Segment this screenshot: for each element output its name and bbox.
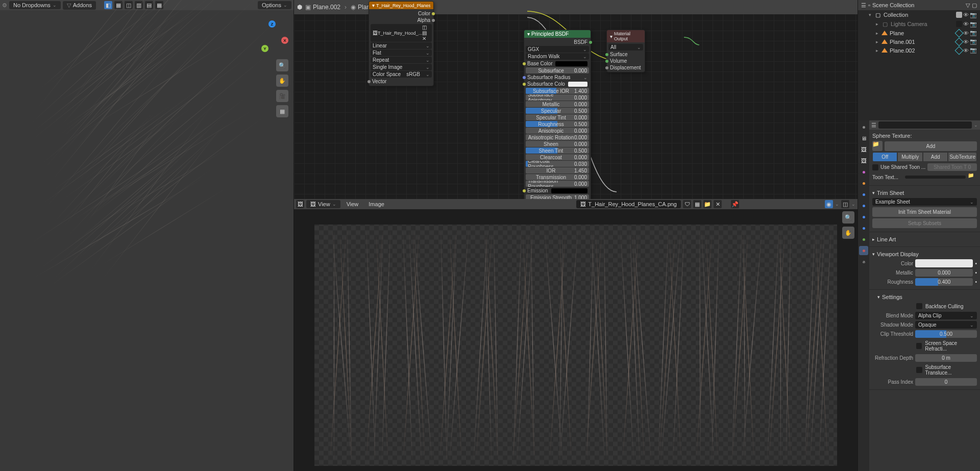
image-editor[interactable]: 🖼 🖼View⌄ View Image 🖼T_Hair_Rey_Hood_Pla…	[294, 199, 857, 471]
outliner[interactable]: ☰ ▫ Scene Collection ▽ ▢ ▾▢Collection ✓👁…	[858, 0, 980, 120]
axis-x-icon[interactable]: X	[281, 37, 288, 44]
outliner-item-plane001[interactable]: ▸Plane.001 👁📷	[858, 37, 980, 46]
bsdf-slider[interactable]: Sheen0.000	[526, 141, 589, 147]
colorspace-dropdown[interactable]: Color SpacesRGB⌄	[371, 71, 432, 78]
mode-multiply-btn[interactable]: Multiply	[897, 152, 922, 162]
open-image-icon[interactable]: 📁	[703, 200, 712, 208]
bsdf-row[interactable]: Subsurface Colo	[524, 81, 591, 87]
filter-icon[interactable]: ▽	[966, 2, 970, 9]
bsdf-slider[interactable]: Clearcoat Roughness0.030	[526, 161, 589, 167]
snap-vertex-icon[interactable]: ◫	[125, 1, 133, 9]
viewport-roughness-slider[interactable]: 0.400	[915, 278, 973, 286]
pin-icon[interactable]: 📌	[731, 200, 739, 208]
options-dropdown[interactable]: Options⌄	[258, 1, 291, 9]
camera-view-icon[interactable]: 🎥	[276, 90, 288, 102]
image-menu[interactable]: Image	[364, 201, 388, 207]
3d-viewport[interactable]: Z Y X 🔍 ✋ 🎥 ▦ document.write(Array.from(…	[0, 10, 293, 471]
bsdf-row[interactable]: Emission	[524, 187, 591, 194]
trim-sheet-header[interactable]: ▾Trim Sheet	[872, 190, 977, 196]
extension-dropdown[interactable]: Repeat⌄	[371, 57, 432, 63]
bsdf-slider[interactable]: Subsurface0.000	[526, 67, 589, 73]
material-output-node[interactable]: ▾Material Output All⌄ Surface Volume Dis…	[606, 30, 645, 72]
bsdf-slider[interactable]: Anisotropic0.000	[526, 128, 589, 134]
options-icon[interactable]: ⌄	[974, 122, 978, 128]
output-target-dropdown[interactable]: All⌄	[608, 44, 643, 51]
new-image-icon[interactable]: ▦	[693, 200, 701, 208]
refraction-depth-field[interactable]: 0 m	[915, 354, 977, 362]
screen-space-refraction-checkbox[interactable]	[916, 343, 922, 349]
sss-translucency-checkbox[interactable]	[916, 367, 922, 373]
lineart-header[interactable]: ▸Line Art	[872, 236, 977, 242]
image-mode-dropdown[interactable]: 🖼View⌄	[306, 200, 340, 208]
overlays-dropdown[interactable]: No Dropdowns⌄	[9, 1, 61, 9]
source-dropdown[interactable]: Single Image⌄	[371, 64, 432, 70]
view-menu[interactable]: View	[342, 201, 363, 207]
gizmos-dropdown[interactable]: ▽Addons	[63, 1, 96, 10]
bsdf-slider[interactable]: Metallic0.000	[526, 101, 589, 107]
bsdf-slider[interactable]: Specular0.500	[526, 108, 589, 114]
new-collection-icon[interactable]: ▢	[972, 2, 977, 9]
node-editor[interactable]: ⬢ ▣Plane.002 › ◉Plane.002 › ●Hair ▾T_Hai…	[294, 0, 857, 199]
bsdf-slider[interactable]: Specular Tint0.000	[526, 114, 589, 120]
principled-bsdf-node[interactable]: ▾Principled BSDF BSDF GGX⌄ Random Walk⌄ …	[524, 30, 591, 199]
perspective-icon[interactable]: ▦	[276, 105, 288, 117]
axis-y-icon[interactable]: Y	[261, 45, 268, 52]
tab-output[interactable]: 🖥	[859, 134, 868, 143]
shadow-mode-dropdown[interactable]: Opaque⌄	[915, 321, 977, 329]
bsdf-slider[interactable]: Transmission Roughness0.000	[526, 181, 589, 187]
tab-scene[interactable]: 🖼	[859, 156, 868, 165]
mode-add-btn[interactable]: Add	[923, 152, 948, 162]
backface-culling-checkbox[interactable]	[916, 303, 922, 309]
bsdf-slider[interactable]: IOR1.450	[526, 167, 589, 173]
display-channels-icon[interactable]: ◉	[825, 200, 833, 208]
tab-physics[interactable]	[859, 212, 868, 221]
tab-texture[interactable]	[859, 257, 868, 266]
open-file-icon[interactable]: 📁	[872, 141, 883, 151]
properties-search[interactable]	[878, 121, 972, 129]
bsdf-row[interactable]: Base Color	[524, 60, 591, 67]
tab-material[interactable]	[859, 246, 868, 255]
fake-user-icon[interactable]: 🛡	[683, 200, 691, 208]
tab-object[interactable]	[859, 179, 868, 188]
toon-texture-field[interactable]	[905, 176, 966, 179]
bsdf-slider[interactable]: Sheen Tint0.500	[526, 147, 589, 154]
sphere-mode-toggle[interactable]: Off Multiply Add SubTexture	[872, 152, 977, 162]
tab-mesh[interactable]	[859, 235, 868, 244]
tab-render[interactable]	[859, 122, 868, 132]
pan-icon[interactable]: ✋	[842, 227, 854, 239]
tab-modifiers[interactable]	[859, 190, 868, 199]
clip-threshold-slider[interactable]: 0.500	[915, 330, 977, 338]
outliner-collection[interactable]: ▾▢Collection ✓👁📷	[858, 10, 980, 19]
settings-header[interactable]: ▾Settings	[872, 294, 977, 300]
bsdf-slider[interactable]: Emission Strength1.000	[526, 194, 589, 199]
select-tool-icon[interactable]: ◧	[104, 1, 112, 9]
node-editor-icon[interactable]: ⬢	[297, 4, 302, 11]
image-texture-node[interactable]: ▾T_Hair_Rey_Hood_Planes_CA.png Color Alp…	[369, 1, 434, 86]
zoom-icon[interactable]: 🔍	[276, 59, 288, 71]
tab-particles[interactable]	[859, 201, 868, 210]
pass-index-field[interactable]: 0	[915, 378, 977, 386]
zoom-icon[interactable]: 🔍	[842, 211, 854, 224]
bsdf-slider[interactable]: Anisotropic Rotation0.000	[526, 134, 589, 140]
init-trim-button[interactable]: Init Trim Sheet Material	[872, 207, 977, 217]
blend-mode-dropdown[interactable]: Alpha Clip⌄	[915, 312, 977, 319]
navigation-gizmo[interactable]: Z Y X	[260, 26, 284, 50]
outliner-item-plane[interactable]: ▸Plane 👁📷	[858, 29, 980, 37]
props-type-icon[interactable]: ☰	[871, 122, 876, 129]
image-datablock[interactable]: 🖼T_Hair_Rey_Hood_...◫ ▤ ✕	[371, 24, 432, 42]
image-datablock-selector[interactable]: 🖼T_Hair_Rey_Hood_Planes_CA.png	[576, 200, 681, 208]
toon-browse-icon[interactable]: 📁	[968, 172, 977, 182]
viewport-metallic-slider[interactable]: 0.000	[915, 269, 973, 277]
pan-icon[interactable]: ✋	[276, 75, 288, 87]
viewport-color-swatch[interactable]	[915, 259, 973, 267]
bsdf-slider[interactable]: Roughness0.500	[526, 121, 589, 127]
tab-world[interactable]	[859, 167, 868, 177]
setup-subsets-button[interactable]: Setup Subsets	[872, 218, 977, 228]
distribution-dropdown[interactable]: GGX⌄	[526, 46, 589, 53]
outliner-lights-camera[interactable]: ▸▢Lights Camera 👁📷	[858, 19, 980, 29]
bsdf-slider[interactable]: Clearcoat0.000	[526, 154, 589, 160]
viewport-display-header[interactable]: ▾Viewport Display	[872, 251, 977, 257]
projection-dropdown[interactable]: Flat⌄	[371, 49, 432, 56]
overlay-icon[interactable]: ◫	[841, 200, 849, 208]
use-shared-toon-checkbox[interactable]	[872, 164, 878, 170]
